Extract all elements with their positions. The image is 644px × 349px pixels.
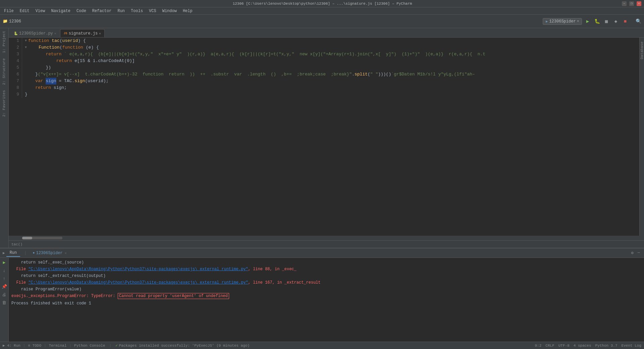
code-line-1: ▼ function tac ( userid ) { <box>25 38 637 44</box>
menu-help[interactable]: Help <box>180 8 195 14</box>
toolbar-left: 📁 12306 <box>3 19 21 24</box>
line-num-7: 7 <box>11 78 19 84</box>
coverage-button[interactable]: ▦ <box>603 18 610 25</box>
bottom-tab-controls: ⚙ — <box>630 250 641 256</box>
menu-tools[interactable]: Tools <box>128 8 146 14</box>
status-bar-left: ▶ 4: Run | ≡ TODO | Terminal | Python Co… <box>3 343 250 348</box>
line-num-2: 2 <box>11 44 19 51</box>
package-install-message[interactable]: Packages installed successfully: 'PyExec… <box>119 344 250 348</box>
code-lines: ▼ function tac ( userid ) { ▼ <box>22 38 639 98</box>
file-link-1[interactable]: "C:\Users\lenovo\AppData\Roaming\Python\… <box>28 267 248 272</box>
tab-signature-close[interactable]: ✕ <box>99 32 101 36</box>
run-configuration[interactable]: ▶ 12306Spider ▼ <box>543 18 582 25</box>
pin-button[interactable]: 📌 <box>1 283 8 290</box>
terminal-status-tab[interactable]: Terminal <box>49 344 67 348</box>
python-console-status-tab[interactable]: Python Console <box>74 344 105 348</box>
bottom-tabs-bar: ▶ Run | ● 12306Spider ✕ ⚙ — <box>0 248 644 258</box>
run-button[interactable]: ▶ <box>584 18 591 25</box>
menu-edit[interactable]: Edit <box>17 8 32 14</box>
editor-content[interactable]: 1 2 3 4 5 6 7 8 9 ▼ <box>9 38 639 236</box>
tab-12306spider-label: 12306Spider.py <box>19 31 53 36</box>
minimize-panel-button[interactable]: — <box>636 250 641 256</box>
project-panel-tab[interactable]: 1: Project <box>1 28 8 56</box>
tab-12306spider-close[interactable]: ✕ <box>54 32 56 36</box>
status-bar: ▶ 4: Run | ≡ TODO | Terminal | Python Co… <box>0 342 644 349</box>
menu-window[interactable]: Window <box>160 8 179 14</box>
minimize-button[interactable]: – <box>622 1 627 6</box>
database-tab[interactable]: Database <box>639 39 644 62</box>
scroll-up-button[interactable]: ↑ <box>1 275 8 282</box>
run-output-area: return self._exec_(source) File "C:\User… <box>9 258 644 342</box>
event-log[interactable]: Event Log <box>622 344 641 348</box>
maximize-button[interactable]: ❐ <box>629 1 634 6</box>
run-tab[interactable]: Run <box>6 249 20 257</box>
profile-button[interactable]: ◈ <box>612 18 620 25</box>
menu-navigate[interactable]: Navigate <box>48 8 73 14</box>
scrollbar-handle[interactable] <box>22 237 32 239</box>
error-highlight-text: Cannot read property 'userAgent' of unde… <box>118 293 229 299</box>
encoding[interactable]: UTF-8 <box>558 344 570 348</box>
breadcrumb-bar: tac() <box>9 240 644 248</box>
line-ending[interactable]: CRLF <box>545 344 554 348</box>
title-text: 12306 [C:\Users\lenovo\Desktop\python\12… <box>23 2 622 6</box>
run-config-close[interactable]: ✕ <box>65 251 67 255</box>
fold-2[interactable]: ▼ <box>25 44 27 51</box>
line-num-3: 3 <box>11 51 19 58</box>
run-config-tab[interactable]: ● 12306Spider ✕ <box>29 250 70 256</box>
output-line-8: Process finished with exit code 1 <box>9 300 644 307</box>
menu-code[interactable]: Code <box>74 8 89 14</box>
clear-output-button[interactable]: 🗑 <box>1 299 8 306</box>
window-controls: – ❐ ✕ <box>622 1 641 6</box>
line-num-6: 6 <box>11 71 19 78</box>
fold-1[interactable]: ▼ <box>25 38 27 44</box>
tab-12306spider[interactable]: 🐍 12306Spider.py ✕ <box>10 29 60 37</box>
print-button[interactable]: 🖨 <box>1 291 8 298</box>
breadcrumb: tac() <box>11 242 22 246</box>
output-line-6: execjs._exceptions.ProgramError: TypeErr… <box>9 293 644 299</box>
output-line-2[interactable]: File "C:\Users\lenovo\AppData\Roaming\Py… <box>9 266 644 273</box>
editor-area: 🐍 12306Spider.py ✕ JS signature.js ✕ 1 2 <box>9 28 644 248</box>
output-line-4[interactable]: File "C:\Users\lenovo\AppData\Roaming\Py… <box>9 279 644 286</box>
scrollbar-thumb[interactable] <box>22 237 62 239</box>
code-line-7: var sign = TAC. sign (userid); <box>25 78 637 84</box>
menu-bar: File Edit View Navigate Code Refactor Ru… <box>0 7 644 15</box>
menu-run[interactable]: Run <box>115 8 127 14</box>
line-num-5: 5 <box>11 64 19 71</box>
line-numbers: 1 2 3 4 5 6 7 8 9 <box>9 38 22 98</box>
scroll-down-button[interactable]: ↓ <box>1 267 8 274</box>
run-tab-label-area: ▶ Run <box>3 249 20 257</box>
search-everywhere-button[interactable]: 🔍 <box>636 18 641 24</box>
run-status-tab[interactable]: ▶ 4: Run <box>3 343 20 348</box>
toolbar-right: ▶ 12306Spider ▼ ▶ 🐛 ▦ ◈ ■ 🔍 <box>543 18 641 25</box>
title-bar: 12306 [C:\Users\lenovo\Desktop\python\12… <box>0 0 644 7</box>
line-num-1: 1 <box>11 38 19 44</box>
left-panel-tabs: 1: Project 2: Structure 2: Favorites <box>0 28 9 248</box>
bottom-panel: ▶ Run | ● 12306Spider ✕ ⚙ — ▶ ↓ ↑ 📌 🖨 🗑 … <box>0 248 644 342</box>
code-line-3: return ` e(e,a,r){ (b[e]||(b[e]=t("x,y,"… <box>25 51 637 58</box>
menu-view[interactable]: View <box>33 8 48 14</box>
run-output: return self._exec_(source) File "C:\User… <box>9 258 644 342</box>
structure-panel-tab[interactable]: 2: Structure <box>1 56 8 88</box>
tab-signature[interactable]: JS signature.js ✕ <box>60 29 105 37</box>
indent-setting[interactable]: 4 spaces <box>574 344 591 348</box>
stop-button[interactable]: ■ <box>622 18 629 25</box>
run-sidebar: ▶ ↓ ↑ 📌 🖨 🗑 <box>0 258 9 342</box>
menu-file[interactable]: File <box>1 8 16 14</box>
python-version[interactable]: Python 3.7 <box>595 344 618 348</box>
horizontal-scrollbar[interactable] <box>9 236 644 240</box>
file-link-2[interactable]: "C:\Users\lenovo\AppData\Roaming\Python\… <box>28 280 248 285</box>
menu-vcs[interactable]: VCS <box>146 8 159 14</box>
run-again-button[interactable]: ▶ <box>1 259 8 266</box>
output-line-3: return self._extract_result(output) <box>9 273 644 279</box>
todo-status-tab[interactable]: ≡ TODO <box>28 344 41 348</box>
bottom-content: ▶ ↓ ↑ 📌 🖨 🗑 return self._exec_(source) F… <box>0 258 644 342</box>
cursor-position[interactable]: 9:2 <box>535 344 542 348</box>
menu-refactor[interactable]: Refactor <box>90 8 114 14</box>
debug-button[interactable]: 🐛 <box>593 18 601 25</box>
close-button[interactable]: ✕ <box>637 1 641 6</box>
run-icon: ▶ <box>3 251 5 255</box>
favorites-panel-tab[interactable]: 2: Favorites <box>1 88 8 119</box>
settings-button[interactable]: ⚙ <box>630 250 635 256</box>
success-icon: ✓ <box>115 343 118 348</box>
project-name: 📁 12306 <box>3 19 21 24</box>
